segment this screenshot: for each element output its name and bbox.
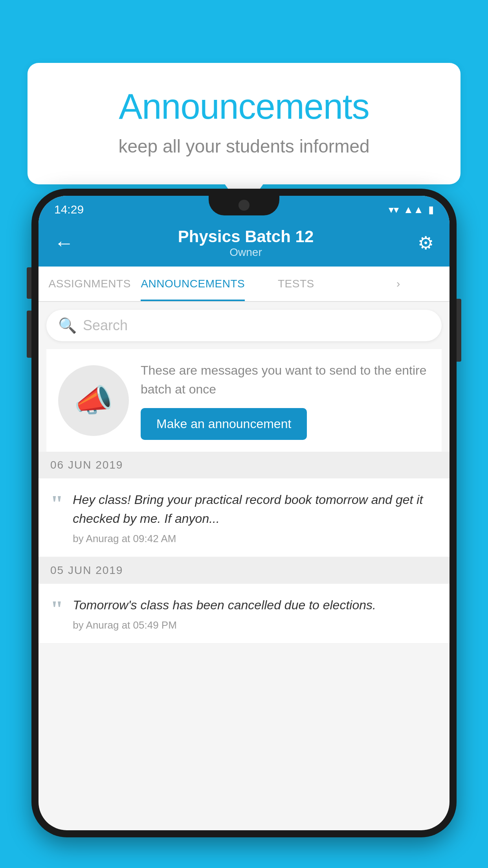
announce-author-2: by Anurag at 05:49 PM [73,619,438,631]
announce-icon-circle: 📣 [58,365,129,436]
phone-screen: 14:29 ▾▾ ▲▲ ▮ ← Physics Batch 12 Owner ⚙ [39,196,449,830]
announcement-item-1[interactable]: " Hey class! Bring your practical record… [39,478,449,557]
tab-more[interactable]: › [347,267,449,301]
bubble-subtitle: keep all your students informed [59,136,429,157]
status-time: 14:29 [54,203,84,216]
announce-message-1: Hey class! Bring your practical record b… [73,490,438,528]
tab-announcements[interactable]: ANNOUNCEMENTS [141,267,245,301]
header-center: Physics Batch 12 Owner [178,227,314,259]
battery-icon: ▮ [428,204,434,216]
search-icon: 🔍 [58,317,77,334]
app-header: ← Physics Batch 12 Owner ⚙ [39,219,449,267]
megaphone-icon: 📣 [74,382,113,419]
side-button-vol-down [27,311,31,358]
bubble-title: Announcements [59,86,429,127]
date-divider-2: 05 JUN 2019 [39,557,449,584]
tab-assignments[interactable]: ASSIGNMENTS [39,267,141,301]
announce-content-1: Hey class! Bring your practical record b… [73,490,438,545]
tab-tests[interactable]: TESTS [245,267,347,301]
signal-icon: ▲▲ [404,204,424,216]
search-placeholder: Search [83,317,128,334]
announce-intro-section: 📣 These are messages you want to send to… [46,349,442,452]
phone-body: 14:29 ▾▾ ▲▲ ▮ ← Physics Batch 12 Owner ⚙ [31,189,457,837]
back-button[interactable]: ← [54,232,74,254]
settings-button[interactable]: ⚙ [418,232,434,254]
phone-camera [238,200,250,211]
phone-notch [209,196,279,215]
announce-content-2: Tomorrow's class has been cancelled due … [73,596,438,631]
make-announcement-button[interactable]: Make an announcement [141,408,307,440]
status-icons: ▾▾ ▲▲ ▮ [389,204,434,216]
announce-description: These are messages you want to send to t… [141,361,430,399]
wifi-icon: ▾▾ [389,204,399,216]
date-divider-1: 06 JUN 2019 [39,452,449,478]
side-button-power [457,299,461,362]
announce-right: These are messages you want to send to t… [141,361,430,440]
announcement-item-2[interactable]: " Tomorrow's class has been cancelled du… [39,584,449,644]
header-title: Physics Batch 12 [178,227,314,246]
speech-bubble-card: Announcements keep all your students inf… [28,63,460,184]
header-subtitle: Owner [178,246,314,259]
phone-wrapper: 14:29 ▾▾ ▲▲ ▮ ← Physics Batch 12 Owner ⚙ [31,189,457,868]
side-button-vol-up [27,267,31,299]
search-bar[interactable]: 🔍 Search [46,310,442,341]
announce-message-2: Tomorrow's class has been cancelled due … [73,596,438,614]
quote-icon-2: " [50,597,63,621]
tabs-bar: ASSIGNMENTS ANNOUNCEMENTS TESTS › [39,267,449,302]
quote-icon-1: " [50,492,63,515]
announce-author-1: by Anurag at 09:42 AM [73,533,438,545]
